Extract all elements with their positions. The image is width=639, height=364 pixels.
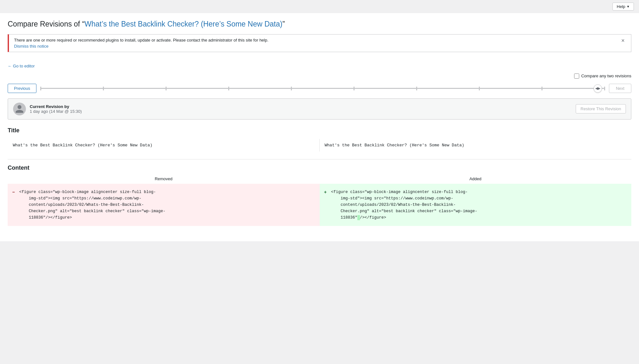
slider-tick bbox=[604, 87, 605, 90]
slider-tick bbox=[416, 87, 417, 90]
slider-tick bbox=[291, 87, 292, 90]
diff-labels: Removed Added bbox=[8, 176, 631, 181]
left-title-cell: What's the Best Backlink Checker? (Here'… bbox=[8, 139, 320, 151]
content-diff-section: Content Removed Added − <figure class="w… bbox=[8, 165, 631, 226]
slider-tick bbox=[166, 87, 167, 90]
content-section-heading: Content bbox=[8, 165, 631, 171]
removed-code-block: − <figure class="wp-block-image aligncen… bbox=[8, 184, 320, 226]
chevron-down-icon: ▼ bbox=[627, 5, 630, 8]
section-divider bbox=[8, 159, 631, 159]
added-highlight bbox=[357, 215, 360, 220]
added-code-block: + <figure class="wp-block-image aligncen… bbox=[320, 184, 632, 226]
help-label: Help bbox=[617, 4, 625, 9]
previous-button[interactable]: Previous bbox=[8, 84, 36, 93]
post-title-link[interactable]: What’s the Best Backlink Checker? (Here’… bbox=[84, 20, 282, 28]
go-to-editor-link[interactable]: ← Go to editor bbox=[8, 64, 35, 68]
next-button[interactable]: Next bbox=[609, 84, 631, 93]
title-diff-row: What's the Best Backlink Checker? (Here'… bbox=[8, 139, 631, 151]
slider-nav: Previous bbox=[8, 84, 631, 93]
diff-code-row: − <figure class="wp-block-image aligncen… bbox=[8, 184, 631, 226]
right-title-cell: What's the Best Backlink Checker? (Here'… bbox=[320, 139, 632, 151]
compare-row: Compare any two revisions bbox=[8, 74, 631, 79]
slider-tick bbox=[354, 87, 355, 90]
slider-tick bbox=[542, 87, 542, 90]
revision-author: Current Revision by 1 day ago (14 Mar @ … bbox=[13, 103, 82, 115]
revision-label: Current Revision by bbox=[30, 104, 82, 109]
compare-checkbox[interactable] bbox=[574, 74, 579, 79]
notice-message: There are one or more required or recomm… bbox=[14, 38, 269, 43]
revision-meta: Current Revision by 1 day ago (14 Mar @ … bbox=[8, 98, 631, 120]
compare-label-text: Compare any two revisions bbox=[581, 74, 631, 78]
revision-info: Current Revision by 1 day ago (14 Mar @ … bbox=[30, 104, 82, 114]
added-label: Added bbox=[320, 176, 632, 181]
page-title: Compare Revisions of “What’s the Best Ba… bbox=[8, 19, 631, 29]
plus-sign: + bbox=[324, 189, 327, 196]
revisions-slider[interactable]: ◀▶ bbox=[40, 84, 605, 93]
go-to-editor-section: ← Go to editor bbox=[8, 64, 631, 68]
minus-sign: − bbox=[12, 189, 15, 196]
user-avatar-icon bbox=[15, 104, 24, 114]
slider-tick bbox=[40, 87, 41, 90]
restore-revision-button[interactable]: Restore This Revision bbox=[576, 104, 626, 113]
plugin-notice: There are one or more required or recomm… bbox=[8, 34, 631, 52]
slider-handle[interactable]: ◀▶ bbox=[594, 84, 602, 93]
slider-arrows-icon: ◀▶ bbox=[595, 86, 600, 90]
slider-tick bbox=[228, 87, 229, 90]
removed-code-text: <figure class="wp-block-image aligncente… bbox=[19, 190, 166, 220]
added-code-text: <figure class="wp-block-image aligncente… bbox=[331, 190, 478, 220]
removed-label: Removed bbox=[8, 176, 320, 181]
notice-close-button[interactable]: × bbox=[620, 38, 626, 43]
title-section-heading: Title bbox=[8, 127, 631, 134]
help-button[interactable]: Help ▼ bbox=[612, 3, 634, 11]
title-diff-section: Title What's the Best Backlink Checker? … bbox=[8, 127, 631, 151]
slider-tick bbox=[103, 87, 104, 90]
revision-time: 1 day ago (14 Mar @ 15:30) bbox=[30, 109, 82, 114]
avatar bbox=[13, 103, 26, 115]
compare-checkbox-label[interactable]: Compare any two revisions bbox=[574, 74, 631, 79]
slider-tick bbox=[479, 87, 480, 90]
dismiss-notice-link[interactable]: Dismiss this notice bbox=[14, 44, 49, 49]
